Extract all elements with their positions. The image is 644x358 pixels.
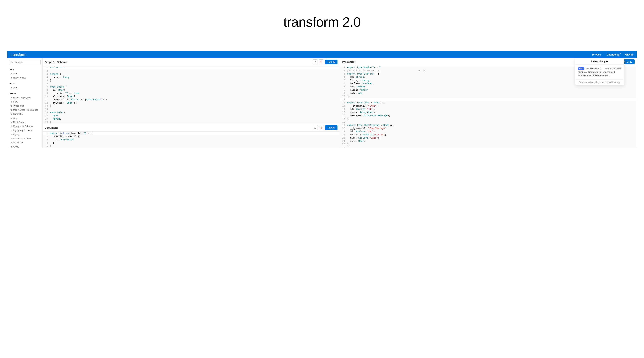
prettify-label: Prettify (328, 126, 335, 129)
code-line[interactable]: 24 user: User; (340, 140, 637, 143)
sidebar-item[interactable]: to Sarcastic (9, 112, 40, 116)
changelog-entry[interactable]: New Transform 2.0. This is a complete re… (575, 64, 624, 79)
trash-icon (320, 61, 322, 63)
code-content: users: Array<User>; (347, 111, 378, 114)
code-line[interactable]: 7 Int: number; (340, 85, 637, 88)
code-line[interactable]: 20 __typename?: "ChatMessage"; (340, 127, 637, 130)
code-line[interactable]: 16 messages: Array<ChatMessage>; (340, 114, 637, 117)
code-line[interactable]: 3schema { (42, 72, 340, 76)
code-line[interactable]: 15enum Role { (42, 111, 340, 114)
code-line[interactable]: 26 (340, 146, 637, 148)
code-line[interactable]: 1query findUser($userId: ID!) { (42, 132, 340, 135)
sidebar-item[interactable]: to MobX-State-Tree Model (9, 108, 40, 112)
sidebar-item[interactable]: to TypeScript (9, 104, 40, 108)
document-editor[interactable]: 1query findUser($userId: ID!) {2 user(id… (42, 132, 340, 148)
schema-prettify-button[interactable]: Prettify (325, 60, 337, 64)
changelog-popover-title: Latest changes (575, 58, 624, 64)
sidebar-item[interactable]: to Big Query Schema (9, 128, 40, 132)
sidebar-item[interactable]: to JSX (9, 72, 40, 76)
hero-title: transform 2.0 (0, 14, 644, 30)
code-line[interactable]: 11 search(term: String!): [SearchResult!… (42, 98, 340, 101)
code-line[interactable]: 5} (42, 79, 340, 82)
line-number: 9 (42, 92, 50, 95)
code-line[interactable]: 4 query: Query (42, 76, 340, 79)
copy-label: Copy (627, 60, 632, 63)
changelog-footer-brand[interactable]: Headway (612, 81, 620, 84)
document-clear-button[interactable] (319, 125, 324, 130)
changelog-footer-link[interactable]: Transform changelog (579, 81, 599, 84)
code-content: /** All built-in and cus es */ (347, 69, 427, 72)
sidebar-item[interactable]: to JSX (9, 86, 40, 90)
code-line[interactable]: 17 ADMIN, (42, 117, 340, 120)
document-upload-button[interactable] (313, 125, 318, 130)
brand-logo[interactable]: transform (10, 53, 26, 57)
code-line[interactable]: 7type Query { (42, 85, 340, 88)
code-line[interactable]: 9 Date: any; (340, 92, 637, 95)
changelog-badge-dot (620, 53, 621, 54)
nav-github[interactable]: GitHub (625, 53, 634, 56)
code-line[interactable]: 3 ...UserFields (42, 138, 340, 141)
code-line[interactable]: 6 (42, 82, 340, 85)
code-line[interactable]: 10 allUsers: [User] (42, 95, 340, 98)
line-number: 2 (42, 135, 50, 138)
code-line[interactable]: 4 } (42, 141, 340, 144)
code-line[interactable]: 13 __typename?: "Chat"; (340, 104, 637, 108)
sidebar-item[interactable]: to YAML (9, 145, 40, 148)
sidebar-item[interactable]: to MySQL (9, 132, 40, 136)
sidebar-item[interactable]: to React PropTypes (9, 96, 40, 100)
code-line[interactable]: 2 user(id: $userId) { (42, 135, 340, 138)
line-number: 6 (42, 82, 50, 85)
sidebar-group: SVGto JSXto React Native (9, 68, 40, 80)
sidebar-item[interactable]: to Mongoose Schema (9, 124, 40, 128)
code-line[interactable]: 18} (42, 120, 340, 124)
search-input[interactable] (9, 60, 40, 65)
document-prettify-button[interactable]: Prettify (325, 125, 337, 130)
schema-pane-head: GraphQL Schema Prettify (42, 58, 340, 66)
line-number: 16 (42, 114, 50, 117)
code-line[interactable]: 14 id: Scalars["ID"]; (340, 108, 637, 111)
line-number: 9 (340, 92, 347, 95)
code-line[interactable]: 14 (42, 108, 340, 111)
code-line[interactable]: 13} (42, 104, 340, 108)
code-line[interactable]: 23 time: Scalars["Date"]; (340, 136, 637, 140)
code-content: Int: number; (347, 85, 368, 88)
code-line[interactable]: 25}; (340, 143, 637, 146)
code-line[interactable]: 21 id: Scalars["ID"]; (340, 130, 637, 133)
code-line[interactable]: 22 content: Scalars["String"]; (340, 133, 637, 136)
code-content: export type ChatMessage = Node & { (347, 124, 396, 127)
line-number: 3 (42, 138, 50, 141)
sidebar-item[interactable]: to io-ts (9, 116, 40, 120)
code-line[interactable]: 2 (42, 69, 340, 72)
code-line[interactable]: 19export type ChatMessage = Node & { (340, 124, 637, 127)
code-line[interactable]: 12 myChats: [Chat!]! (42, 101, 340, 104)
code-line[interactable]: 1scalar Date (42, 66, 340, 69)
line-number: 10 (42, 95, 50, 98)
code-content (347, 98, 349, 101)
code-line[interactable]: 12export type Chat = Node & { (340, 101, 637, 104)
sidebar-item[interactable]: to React Native (9, 76, 40, 80)
nav-changelog[interactable]: Changelog (607, 53, 620, 56)
sidebar-item[interactable]: to Flow (9, 100, 40, 104)
main-layout: SVGto JSXto React NativeHTMLto JSXJSONto… (7, 58, 637, 148)
schema-clear-button[interactable] (319, 60, 324, 64)
schema-editor[interactable]: 1scalar Date23schema {4 query: Query5}67… (42, 66, 340, 124)
line-number: 24 (340, 140, 347, 143)
code-line[interactable]: 9 user(id: ID!): User (42, 92, 340, 95)
sidebar-item[interactable]: to Go Struct (9, 140, 40, 145)
sidebar-item[interactable]: to Scala Case Class (9, 136, 40, 140)
output-pane-title: TypeScript (342, 60, 356, 63)
code-line[interactable]: 10}; (340, 95, 637, 98)
line-number: 2 (340, 69, 347, 72)
code-line[interactable]: 15 users: Array<User>; (340, 111, 637, 114)
code-line[interactable]: 11 (340, 98, 637, 101)
code-line[interactable]: 16 USER, (42, 114, 340, 117)
code-line[interactable]: 5} (42, 144, 340, 148)
code-content: ADMIN, (50, 117, 63, 120)
code-line[interactable]: 18 (340, 120, 637, 124)
schema-upload-button[interactable] (313, 60, 318, 64)
nav-privacy[interactable]: Privacy (592, 53, 601, 56)
code-line[interactable]: 17}; (340, 117, 637, 120)
sidebar-item[interactable]: to Rust Serde (9, 120, 40, 124)
code-line[interactable]: 8 Float: number; (340, 88, 637, 92)
code-line[interactable]: 8 me: User! (42, 88, 340, 92)
